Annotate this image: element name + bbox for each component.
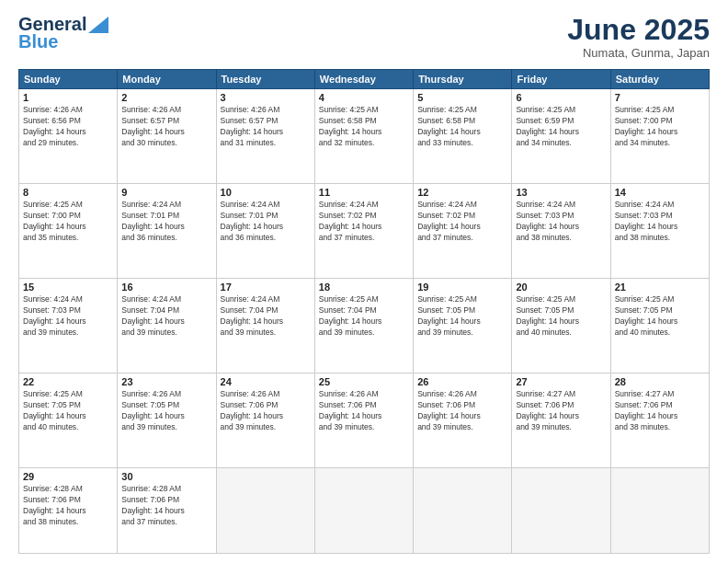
logo-blue: Blue: [18, 31, 58, 52]
day-7: 7 Sunrise: 4:25 AMSunset: 7:00 PMDayligh…: [610, 89, 709, 184]
page: General Blue June 2025 Numata, Gunma, Ja…: [0, 0, 728, 563]
empty-cell: [512, 468, 610, 554]
empty-cell: [216, 468, 314, 554]
title-block: June 2025 Numata, Gunma, Japan: [567, 14, 710, 60]
header: General Blue June 2025 Numata, Gunma, Ja…: [18, 14, 710, 60]
day-2: 2 Sunrise: 4:26 AMSunset: 6:57 PMDayligh…: [118, 89, 216, 184]
table-row: 29 Sunrise: 4:28 AMSunset: 7:06 PMDaylig…: [19, 468, 710, 554]
day-29: 29 Sunrise: 4:28 AMSunset: 7:06 PMDaylig…: [19, 468, 118, 554]
day-19: 19 Sunrise: 4:25 AMSunset: 7:05 PMDaylig…: [414, 279, 512, 373]
day-8: 8 Sunrise: 4:25 AMSunset: 7:00 PMDayligh…: [19, 184, 118, 279]
day-22: 22 Sunrise: 4:25 AMSunset: 7:05 PMDaylig…: [19, 373, 118, 468]
day-18: 18 Sunrise: 4:25 AMSunset: 7:04 PMDaylig…: [314, 279, 413, 373]
day-30: 30 Sunrise: 4:28 AMSunset: 7:06 PMDaylig…: [118, 468, 216, 554]
day-4: 4 Sunrise: 4:25 AMSunset: 6:58 PMDayligh…: [314, 89, 413, 184]
day-27: 27 Sunrise: 4:27 AMSunset: 7:06 PMDaylig…: [512, 373, 610, 468]
header-tuesday: Tuesday: [216, 70, 314, 89]
day-9: 9 Sunrise: 4:24 AMSunset: 7:01 PMDayligh…: [118, 184, 216, 279]
table-row: 15 Sunrise: 4:24 AMSunset: 7:03 PMDaylig…: [19, 279, 710, 373]
day-17: 17 Sunrise: 4:24 AMSunset: 7:04 PMDaylig…: [216, 279, 314, 373]
empty-cell: [610, 468, 709, 554]
day-26: 26 Sunrise: 4:26 AMSunset: 7:06 PMDaylig…: [414, 373, 512, 468]
month-title: June 2025: [567, 14, 710, 46]
empty-cell: [314, 468, 413, 554]
empty-cell: [414, 468, 512, 554]
day-5: 5 Sunrise: 4:25 AMSunset: 6:58 PMDayligh…: [414, 89, 512, 184]
header-thursday: Thursday: [414, 70, 512, 89]
logo-arrow-icon: [88, 17, 108, 33]
day-3: 3 Sunrise: 4:26 AMSunset: 6:57 PMDayligh…: [216, 89, 314, 184]
day-1: 1 Sunrise: 4:26 AMSunset: 6:56 PMDayligh…: [19, 89, 118, 184]
day-15: 15 Sunrise: 4:24 AMSunset: 7:03 PMDaylig…: [19, 279, 118, 373]
header-monday: Monday: [118, 70, 216, 89]
day-11: 11 Sunrise: 4:24 AMSunset: 7:02 PMDaylig…: [314, 184, 413, 279]
header-saturday: Saturday: [610, 70, 709, 89]
header-friday: Friday: [512, 70, 610, 89]
logo: General Blue: [18, 14, 108, 52]
header-wednesday: Wednesday: [314, 70, 413, 89]
day-14: 14 Sunrise: 4:24 AMSunset: 7:03 PMDaylig…: [610, 184, 709, 279]
day-23: 23 Sunrise: 4:26 AMSunset: 7:05 PMDaylig…: [118, 373, 216, 468]
day-10: 10 Sunrise: 4:24 AMSunset: 7:01 PMDaylig…: [216, 184, 314, 279]
day-6: 6 Sunrise: 4:25 AMSunset: 6:59 PMDayligh…: [512, 89, 610, 184]
table-row: 1 Sunrise: 4:26 AMSunset: 6:56 PMDayligh…: [19, 89, 710, 184]
svg-marker-0: [88, 17, 108, 33]
calendar-table: Sunday Monday Tuesday Wednesday Thursday…: [18, 69, 710, 554]
table-row: 22 Sunrise: 4:25 AMSunset: 7:05 PMDaylig…: [19, 373, 710, 468]
location: Numata, Gunma, Japan: [567, 46, 710, 60]
day-24: 24 Sunrise: 4:26 AMSunset: 7:06 PMDaylig…: [216, 373, 314, 468]
day-20: 20 Sunrise: 4:25 AMSunset: 7:05 PMDaylig…: [512, 279, 610, 373]
weekday-header-row: Sunday Monday Tuesday Wednesday Thursday…: [19, 70, 710, 89]
table-row: 8 Sunrise: 4:25 AMSunset: 7:00 PMDayligh…: [19, 184, 710, 279]
day-12: 12 Sunrise: 4:24 AMSunset: 7:02 PMDaylig…: [414, 184, 512, 279]
day-13: 13 Sunrise: 4:24 AMSunset: 7:03 PMDaylig…: [512, 184, 610, 279]
header-sunday: Sunday: [19, 70, 118, 89]
day-25: 25 Sunrise: 4:26 AMSunset: 7:06 PMDaylig…: [314, 373, 413, 468]
day-28: 28 Sunrise: 4:27 AMSunset: 7:06 PMDaylig…: [610, 373, 709, 468]
day-16: 16 Sunrise: 4:24 AMSunset: 7:04 PMDaylig…: [118, 279, 216, 373]
day-21: 21 Sunrise: 4:25 AMSunset: 7:05 PMDaylig…: [610, 279, 709, 373]
